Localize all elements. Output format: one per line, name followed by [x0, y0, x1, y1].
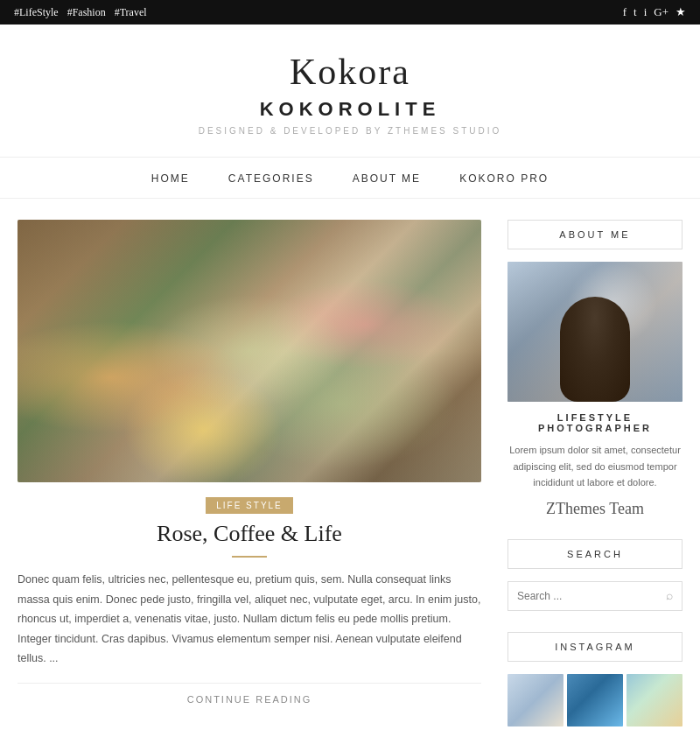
post-excerpt: Donec quam felis, ultricies nec, pellent… — [18, 570, 481, 669]
search-section: SEARCH ⌕ — [508, 539, 682, 611]
post-category-tag: LIFE STYLE — [18, 496, 481, 514]
twitter-icon[interactable]: t — [634, 5, 637, 19]
main-content: LIFE STYLE Rose, Coffee & Life Donec qua… — [18, 220, 481, 730]
site-subtitle: DESIGNED & DEVELOPED BY ZTHEMES STUDIO — [18, 126, 682, 136]
category-label[interactable]: LIFE STYLE — [206, 497, 293, 514]
social-icons: f t i G+ ★ — [623, 5, 686, 19]
tag-travel[interactable]: #Travel — [115, 6, 147, 19]
about-me-signature: ZThemes Team — [508, 500, 682, 518]
post-title[interactable]: Rose, Coffee & Life — [18, 521, 481, 547]
search-input[interactable] — [517, 590, 666, 602]
search-heading: SEARCH — [508, 539, 682, 569]
nav-home[interactable]: HOME — [151, 172, 190, 185]
site-title[interactable]: KOKOROLITE — [18, 98, 682, 121]
instagram-grid — [508, 674, 682, 726]
nav-categories[interactable]: CATEGORIES — [228, 172, 314, 185]
tag-fashion[interactable]: #Fashion — [67, 6, 106, 19]
nav-about-me[interactable]: ABOUT ME — [353, 172, 421, 185]
search-box: ⌕ — [508, 581, 682, 611]
post-featured-image — [18, 220, 481, 482]
about-me-section: ABOUT ME LIFESTYLE PHOTOGRAPHER Lorem ip… — [508, 220, 682, 518]
nav-kokoro-pro[interactable]: KOKORO PRO — [459, 172, 549, 185]
instagram-thumb-2[interactable] — [567, 674, 623, 726]
rss-icon[interactable]: ★ — [676, 5, 686, 19]
main-layout: LIFE STYLE Rose, Coffee & Life Donec qua… — [0, 199, 700, 730]
site-header: Kokora KOKOROLITE DESIGNED & DEVELOPED B… — [0, 25, 700, 144]
sidebar: ABOUT ME LIFESTYLE PHOTOGRAPHER Lorem ip… — [508, 220, 682, 730]
about-me-name: LIFESTYLE PHOTOGRAPHER — [508, 412, 682, 433]
post-title-divider — [232, 556, 267, 558]
about-me-heading: ABOUT ME — [508, 220, 682, 249]
facebook-icon[interactable]: f — [623, 5, 626, 19]
logo-script[interactable]: Kokora — [18, 51, 682, 93]
continue-reading-button[interactable]: CONTINUE READING — [18, 683, 481, 715]
about-me-image — [508, 262, 682, 402]
instagram-thumb-1[interactable] — [508, 674, 564, 726]
about-me-text: Lorem ipsum dolor sit amet, consectetur … — [508, 442, 682, 491]
main-nav: HOME CATEGORIES ABOUT ME KOKORO PRO — [0, 157, 700, 199]
instagram-section: INSTAGRAM — [508, 632, 682, 726]
tag-lifestyle[interactable]: #LifeStyle — [14, 6, 59, 19]
top-bar-tags: #LifeStyle #Fashion #Travel — [14, 6, 147, 19]
search-icon[interactable]: ⌕ — [666, 589, 673, 603]
instagram-heading: INSTAGRAM — [508, 632, 682, 662]
instagram-thumb-3[interactable] — [626, 674, 682, 726]
googleplus-icon[interactable]: G+ — [654, 5, 668, 19]
top-bar: #LifeStyle #Fashion #Travel f t i G+ ★ — [0, 0, 700, 25]
instagram-icon[interactable]: i — [644, 5, 648, 19]
